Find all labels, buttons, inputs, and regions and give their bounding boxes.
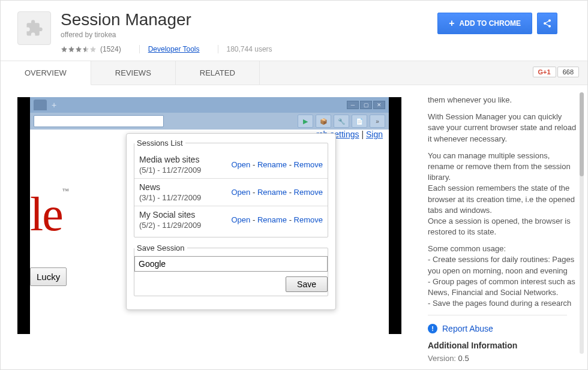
open-link[interactable]: Open — [232, 160, 251, 169]
gplus-button[interactable]: G+1 — [533, 67, 556, 77]
tab-reviews[interactable]: REVIEWS — [91, 61, 176, 85]
sidebar: them whenever you like. With Session Man… — [425, 85, 587, 361]
session-row: My Social sites(5/2) - 11/29/2009 Open -… — [134, 206, 328, 233]
extension-icon — [17, 11, 51, 45]
rating-count: (1524) — [100, 45, 121, 53]
remove-link[interactable]: Remove — [294, 160, 323, 169]
share-icon — [542, 19, 552, 28]
remove-link[interactable]: Remove — [294, 215, 323, 224]
alert-icon: ! — [428, 324, 437, 333]
google-logo-fragment: le™ — [30, 187, 68, 242]
play-icon: ▶ — [298, 115, 313, 128]
category-link[interactable]: Developer Tools — [148, 45, 200, 53]
session-row: News(3/1) - 11/27/2009 Open - Rename - R… — [134, 179, 328, 206]
add-to-chrome-button[interactable]: +ADD TO CHROME — [437, 13, 532, 34]
report-abuse-link[interactable]: !Report Abuse — [428, 324, 577, 333]
share-button[interactable] — [537, 13, 557, 34]
description: them whenever you like. With Session Man… — [428, 95, 577, 309]
tab-related[interactable]: RELATED — [176, 61, 260, 85]
scrollbar[interactable] — [580, 92, 584, 354]
remove-link[interactable]: Remove — [294, 188, 323, 197]
rating-stars — [61, 46, 97, 53]
toolbar-icon: 🔧 — [334, 115, 349, 128]
header: Session Manager offered by tirokea (1524… — [1, 1, 587, 61]
session-popup: Sessions List Media web sites(5/1) - 11/… — [126, 133, 336, 310]
maximize-icon: ▢ — [360, 101, 372, 109]
user-count: 180,744 users — [227, 45, 272, 53]
browser-tab — [34, 100, 47, 110]
extension-toolbar-icon: 📦 — [316, 115, 331, 128]
tab-overview[interactable]: OVERVIEW — [1, 61, 91, 85]
save-button[interactable]: Save — [286, 276, 328, 292]
new-tab-icon: + — [52, 100, 56, 110]
puzzle-icon — [25, 19, 43, 37]
minimize-icon: ─ — [347, 101, 359, 109]
screenshot-carousel[interactable]: + ─ ▢ ✕ ▶ 📦 🔧 📄 » — [17, 97, 401, 334]
session-name-input[interactable] — [134, 256, 328, 272]
page-icon: 📄 — [352, 115, 367, 128]
additional-information: Additional Information Version: 0.5 Upda… — [428, 341, 577, 361]
gplus-count: 668 — [557, 67, 579, 77]
save-session-legend: Save Session — [134, 243, 187, 252]
tab-bar: OVERVIEW REVIEWS RELATED G+1 668 — [1, 61, 587, 85]
session-row: Media web sites(5/1) - 11/27/2009 Open -… — [134, 151, 328, 179]
rename-link[interactable]: Rename — [257, 160, 287, 169]
sessions-list-legend: Sessions List — [134, 139, 185, 148]
address-bar — [34, 115, 164, 127]
close-window-icon: ✕ — [373, 101, 385, 109]
scroll-thumb[interactable] — [580, 92, 584, 176]
lucky-button: Lucky — [30, 267, 67, 286]
chevron-icon: » — [370, 115, 385, 128]
open-link[interactable]: Open — [232, 215, 251, 224]
plus-icon: + — [449, 18, 454, 29]
rename-link[interactable]: Rename — [257, 188, 287, 197]
rename-link[interactable]: Rename — [257, 215, 287, 224]
open-link[interactable]: Open — [232, 188, 251, 197]
